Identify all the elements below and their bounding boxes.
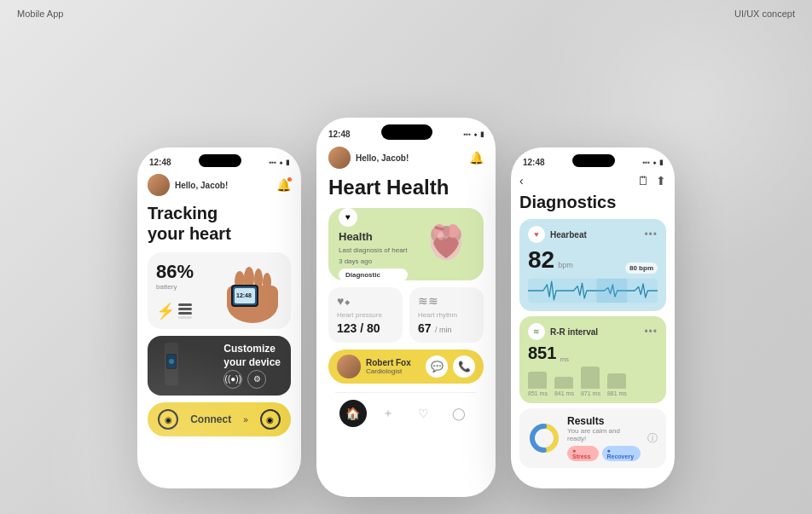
phone-icon[interactable]: 📞 — [453, 355, 475, 378]
rr-icon-label: ≋ R-R interval — [528, 323, 598, 340]
bpm-row: 82 bpm 80 bpm — [528, 246, 658, 274]
info-icon[interactable]: ⓘ — [647, 431, 658, 446]
heartbeat-card-header: ♥ Hearbeat ••• — [528, 226, 658, 243]
ecg-container — [528, 277, 658, 304]
nav-add[interactable]: ＋ — [374, 400, 402, 427]
signal-icons-center: ▪▪▪ ⬥ ▮ — [463, 130, 484, 138]
svg-point-21 — [438, 232, 444, 240]
heart-pressure-label: Heart pressure — [337, 311, 394, 319]
watch-band-svg — [158, 341, 196, 388]
avatar-image-left — [148, 174, 170, 196]
time-right: 12:48 — [523, 158, 545, 167]
time-left: 12:48 — [149, 158, 171, 167]
avatar-left — [148, 174, 170, 196]
diagnostics-title: Diagnostics — [519, 193, 666, 212]
bpm-unit: bpm — [558, 261, 573, 269]
rr-icon: ≋ — [528, 323, 545, 340]
results-donut — [528, 422, 560, 454]
bar-2 — [178, 308, 192, 310]
notch-left — [199, 154, 241, 167]
heart-rhythm-icon: ≋≋ — [418, 294, 475, 308]
watch-image-area: 12:48 — [200, 261, 282, 321]
rr-title: R-R interval — [550, 327, 598, 337]
connect-bar[interactable]: ◉ Connect » ◉ — [148, 402, 291, 436]
bar-3 — [178, 312, 192, 315]
results-title: Results — [567, 415, 641, 427]
settings-customize-icon[interactable]: ⚙ — [247, 370, 266, 389]
battery-bars — [178, 303, 192, 319]
svg-line-20 — [436, 228, 443, 229]
bar-4 — [178, 316, 192, 319]
heartbeat-icon-label: ♥ Hearbeat — [528, 226, 587, 243]
back-row: ‹ 🗒 ⬆ — [519, 174, 666, 188]
rr-bar-item: 871 ms — [581, 367, 600, 396]
rr-value-row: 851 ms — [528, 344, 658, 363]
user-row-center: Hello, Jacob! 🔔 — [328, 147, 484, 169]
bell-icon-center[interactable]: 🔔 — [469, 151, 484, 165]
rr-bar-item: 851 ms — [528, 372, 548, 396]
nav-heart[interactable]: ♡ — [410, 400, 438, 427]
phone-left: 12:48 ▪▪▪ ⬥ ▮ Hello, Jacob! 🔔 — [137, 147, 301, 488]
nav-profile[interactable]: ◯ — [445, 400, 473, 427]
top-bar: Mobile App UI/UX concept — [0, 0, 812, 27]
diagnostic-button[interactable]: Diagnostic — [339, 269, 408, 281]
doctor-avatar — [337, 355, 361, 378]
svg-text:12:48: 12:48 — [236, 292, 252, 298]
doctor-card[interactable]: Robert Fox Cardiologist 💬 📞 — [328, 349, 484, 384]
bpm-value: 82 — [528, 246, 554, 274]
user-info-left: Hello, Jacob! — [148, 174, 228, 196]
doctor-title: Cardiologist — [366, 367, 411, 375]
recovery-badge: ● Recovery — [602, 446, 641, 461]
phone-right-content: ‹ 🗒 ⬆ Diagnostics ♥ Hearbeat ••• — [511, 174, 675, 475]
phone-center: 12:48 ▪▪▪ ⬥ ▮ Hello, Jacob! 🔔 Heart H — [316, 118, 496, 497]
avatar-center — [328, 147, 351, 169]
concept-label: UI/UX concept — [734, 9, 795, 19]
avatar-image-center — [328, 147, 351, 169]
document-icon[interactable]: 🗒 — [637, 174, 649, 188]
battery-icon-area: ⚡ — [156, 302, 194, 321]
results-subtitle: You are calm and ready! — [567, 427, 641, 442]
phone-right: 12:48 ▪▪▪ ⬥ ▮ ‹ 🗒 ⬆ Diagnostics — [511, 147, 675, 488]
battery-icon-c: ▮ — [480, 130, 484, 138]
nav-home[interactable]: 🏠 — [339, 400, 367, 427]
heart-3d-illustration — [418, 217, 473, 272]
rr-bar-item: 841 ms — [554, 377, 574, 396]
customize-card[interactable]: Customize your device ((●)) ⚙ — [148, 336, 291, 396]
customize-icons: ((●)) ⚙ — [223, 370, 281, 389]
hand-watch-svg: 12:48 — [210, 257, 282, 324]
share-icon[interactable]: ⬆ — [656, 174, 666, 188]
battery-label: battery — [156, 283, 194, 291]
user-info-center: Hello, Jacob! — [328, 147, 409, 169]
greeting-left: Hello, Jacob! — [175, 181, 228, 190]
stats-row: ♥⬥ Heart pressure 123 / 80 ≋≋ Heart rhyt… — [328, 287, 484, 343]
signal-icon-c: ▪▪▪ — [463, 130, 471, 138]
more-dots-heartbeat[interactable]: ••• — [644, 228, 658, 240]
bar-1 — [178, 303, 192, 306]
doctor-action-icons: 💬 📞 — [426, 355, 475, 378]
connect-icon-left: ◉ — [158, 409, 178, 430]
rr-value: 851 — [528, 344, 556, 363]
doctor-name: Robert Fox — [366, 358, 411, 367]
doctor-info: Robert Fox Cardiologist — [337, 355, 411, 378]
signal-icon: ▪▪▪ — [269, 159, 276, 166]
wifi-customize-icon[interactable]: ((●)) — [223, 370, 242, 389]
health-card-time: 3 days ago — [339, 257, 408, 265]
results-card: Results You are calm and ready! ● Stress… — [519, 408, 666, 468]
health-card-title: Health — [339, 230, 408, 243]
signal-icon-r: ▪▪▪ — [642, 159, 650, 166]
notch-center — [381, 124, 432, 140]
bpm-badge: 80 bpm — [625, 263, 658, 274]
bell-icon-left[interactable]: 🔔 — [276, 178, 291, 192]
heartbeat-icon: ♥ — [528, 226, 545, 243]
heart-rhythm-label: Heart rhythm — [418, 311, 475, 319]
chat-icon[interactable]: 💬 — [426, 355, 448, 378]
back-button[interactable]: ‹ — [519, 174, 524, 188]
user-row-left: Hello, Jacob! 🔔 — [148, 174, 291, 196]
connect-icon-right: ◉ — [260, 409, 281, 430]
time-center: 12:48 — [328, 130, 351, 139]
phones-container: 12:48 ▪▪▪ ⬥ ▮ Hello, Jacob! 🔔 — [0, 27, 812, 514]
more-dots-rr[interactable]: ••• — [644, 326, 658, 338]
wifi-icon-c: ⬥ — [473, 130, 478, 138]
rr-interval-card: ≋ R-R interval ••• 851 ms 851 ms841 ms87… — [519, 316, 666, 403]
rr-bar-item: 881 ms — [607, 373, 627, 396]
